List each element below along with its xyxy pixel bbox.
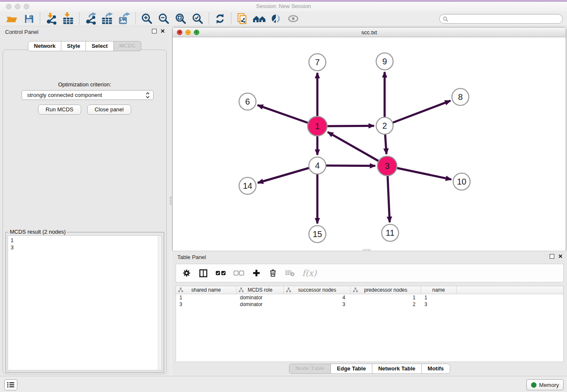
export-network-button[interactable] [82,12,99,25]
save-session-button[interactable] [20,12,37,25]
graph-node-1[interactable]: 1 [308,116,327,136]
graph-node-14[interactable]: 14 [239,177,256,194]
refresh-button[interactable] [212,12,228,25]
column-label: shared name [191,287,221,293]
table-tabs: Node Table Edge Table Network Table Moti… [172,364,567,374]
table-cell[interactable]: dominator [237,301,284,308]
search-input[interactable] [449,15,562,23]
network-window-title: scc.txt [173,29,566,36]
open-session-button[interactable] [3,12,20,25]
export-table-button[interactable] [99,12,116,25]
table-panel: Table Panel ✕ [172,251,567,376]
svg-text:15: 15 [313,229,322,239]
graphics-details-toggle-button[interactable] [268,12,285,25]
close-panel-icon[interactable]: ✕ [160,29,165,33]
eye-button[interactable] [285,12,302,25]
tab-network[interactable]: Network [28,41,61,51]
zoom-out-button[interactable] [155,12,172,25]
table-settings-button[interactable] [182,268,191,278]
close-panel-button[interactable]: Close panel [87,105,132,115]
export-image-button[interactable] [116,12,133,25]
float-table-panel-icon[interactable] [550,254,554,259]
tab-network-table[interactable]: Network Table [372,364,422,374]
svg-text:2: 2 [382,121,387,130]
deselect-all-button[interactable] [234,270,245,276]
column-header-name[interactable]: name [421,286,457,294]
graph-node-9[interactable]: 9 [376,53,393,70]
table-cell[interactable]: 3 [284,301,351,308]
table-row[interactable]: 1dominator411 [176,294,563,301]
columns-icon [198,268,208,278]
close-table-panel-icon[interactable]: ✕ [558,254,563,259]
tab-select[interactable]: Select [86,41,113,51]
graph-node-2[interactable]: 2 [376,117,393,134]
unchecked-checkboxes-icon [234,270,245,276]
graph-node-4[interactable]: 4 [309,157,326,174]
zoom-fit-button[interactable] [172,12,189,25]
horizontal-splitter-grip[interactable] [363,249,371,251]
table-cell[interactable]: 1 [421,294,457,301]
import-network-button[interactable] [43,12,60,25]
column-header-mcds-role[interactable]: MCDS role [237,286,284,294]
network-graph[interactable]: 7968124314101511 [173,38,566,251]
tab-style[interactable]: Style [61,41,86,51]
network-window-titlebar[interactable]: ✕ − + scc.txt [173,28,566,37]
toolbar-separator [231,13,231,25]
search-box[interactable] [439,14,563,24]
graph-node-11[interactable]: 11 [382,224,399,241]
home-houses-button[interactable] [251,12,268,25]
tab-motifs[interactable]: Motifs [422,364,450,374]
status-bar: Memory [0,376,567,392]
tab-mcds[interactable]: MCDS [114,41,141,51]
toolbar-separator [40,13,40,25]
task-history-button[interactable] [4,379,17,390]
tab-edge-table[interactable]: Edge Table [331,364,372,374]
memory-status-dot [531,382,537,388]
column-header-predecessor-nodes[interactable]: predecessor nodes [351,286,421,294]
column-header-successor-nodes[interactable]: successor nodes [284,286,351,294]
table-cell[interactable]: 3 [176,301,237,308]
vertical-splitter-grip[interactable] [170,197,172,204]
criterion-dropdown[interactable]: strongly connected component [22,90,154,100]
network-document-button[interactable] [234,12,251,25]
graph-node-3[interactable]: 3 [377,156,397,176]
select-all-button[interactable] [215,270,226,276]
run-mcds-button[interactable]: Run MCDS [38,105,81,115]
table-cell[interactable]: 2 [351,301,421,308]
mcds-panel-body: Optimization criterion: strongly connect… [3,50,167,374]
column-header-shared-name[interactable]: shared name [176,286,237,294]
float-panel-icon[interactable] [152,29,157,33]
graph-node-6[interactable]: 6 [239,93,256,110]
table-cell[interactable]: 1 [351,294,421,301]
zoom-in-button[interactable] [138,12,155,25]
application-window: { "window": { "title": "Session: New Ses… [0,0,567,392]
mcds-result-scrollbar[interactable] [158,236,162,370]
graph-node-8[interactable]: 8 [452,88,469,105]
control-panel-tabs: Network Style Select MCDS [0,41,169,51]
zoom-selected-button[interactable] [189,12,206,25]
svg-text:9: 9 [382,57,387,66]
mcds-result-text[interactable]: 1 3 [8,235,162,370]
import-table-button[interactable] [60,12,77,25]
add-button[interactable] [252,268,261,278]
table-cell[interactable]: 4 [284,294,351,301]
tab-node-table[interactable]: Node Table [289,364,331,374]
graph-node-7[interactable]: 7 [309,54,326,71]
trash-icon [268,268,278,278]
table-cell[interactable]: dominator [237,294,284,301]
table-row[interactable]: 3dominator323 [176,301,563,308]
table-cell[interactable]: 1 [176,294,237,301]
graph-node-10[interactable]: 10 [453,173,470,190]
network-document-icon [237,13,248,25]
memory-button[interactable]: Memory [526,379,564,390]
table-cell[interactable]: 3 [421,301,457,308]
delete-button[interactable] [268,268,278,278]
svg-text:7: 7 [315,58,319,67]
plus-icon [252,268,261,278]
show-columns-button[interactable] [198,268,208,278]
graph-edge-4-14[interactable] [258,166,317,183]
graph-edge-3-1[interactable] [328,132,387,166]
folder-open-icon [6,13,18,24]
graph-edge-2-8[interactable] [385,101,451,126]
graph-node-15[interactable]: 15 [309,226,326,243]
